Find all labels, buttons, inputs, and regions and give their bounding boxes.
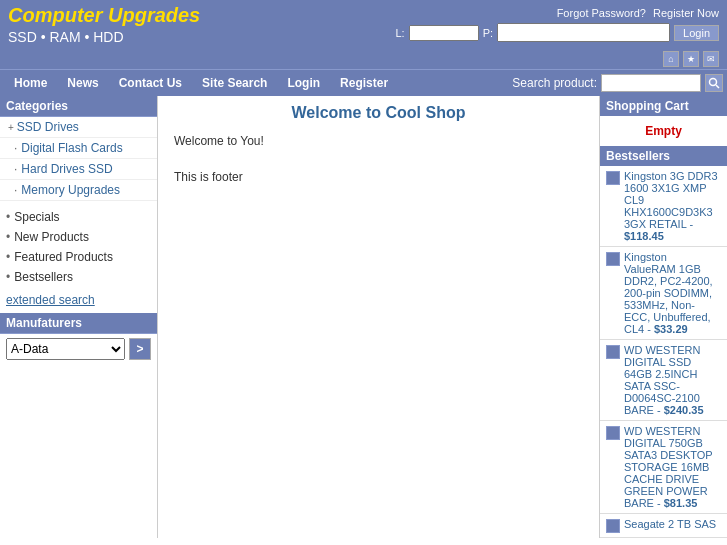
cart-title: Shopping Cart bbox=[600, 96, 727, 116]
nav-site-search[interactable]: Site Search bbox=[192, 70, 277, 96]
logo-title[interactable]: Computer Upgrades bbox=[8, 4, 200, 27]
search-bar: Search product: bbox=[512, 74, 723, 92]
bs-icon-2 bbox=[606, 345, 620, 359]
header: Computer Upgrades SSD • RAM • HDD Forgot… bbox=[0, 0, 727, 49]
sidebar: Categories SSD Drives Digital Flash Card… bbox=[0, 96, 158, 538]
nav-login[interactable]: Login bbox=[277, 70, 330, 96]
header-links: Forgot Password? Register Now bbox=[553, 7, 719, 19]
bestseller-item-0[interactable]: Kingston 3G DDR3 1600 3X1G XMP CL9 KHX16… bbox=[600, 166, 727, 247]
home-icon[interactable]: ⌂ bbox=[663, 51, 679, 67]
login-button[interactable]: Login bbox=[674, 25, 719, 41]
manufacturers-title: Manufaturers bbox=[0, 313, 157, 334]
search-input[interactable] bbox=[601, 74, 701, 92]
sidebar-item-memory-upgrades[interactable]: Memory Upgrades bbox=[0, 180, 157, 201]
bestseller-item-4[interactable]: Seagate 2 TB SAS bbox=[600, 514, 727, 538]
header-right: Forgot Password? Register Now L: P: Logi… bbox=[395, 7, 719, 42]
navbar: Home News Contact Us Site Search Login R… bbox=[0, 69, 727, 96]
categories-title: Categories bbox=[0, 96, 157, 117]
bs-label-0: Kingston 3G DDR3 1600 3X1G XMP CL9 KHX16… bbox=[624, 170, 721, 242]
manufacturers-section: Manufaturers A-Data > bbox=[0, 313, 157, 364]
login-l-label: L: bbox=[395, 27, 404, 39]
login-username-input[interactable] bbox=[409, 25, 479, 41]
manufacturers-go-button[interactable]: > bbox=[129, 338, 151, 360]
login-password-input[interactable] bbox=[497, 23, 670, 42]
cart-empty-label: Empty bbox=[600, 116, 727, 146]
login-p-label: P: bbox=[483, 27, 493, 39]
nav-home[interactable]: Home bbox=[4, 70, 57, 96]
bs-label-1: Kingston ValueRAM 1GB DDR2, PC2-4200, 20… bbox=[624, 251, 721, 335]
right-sidebar: Shopping Cart Empty Bestsellers Kingston… bbox=[599, 96, 727, 538]
svg-line-1 bbox=[716, 85, 719, 88]
bestseller-item-2[interactable]: WD WESTERN DIGITAL SSD 64GB 2.5INCH SATA… bbox=[600, 340, 727, 421]
search-button[interactable] bbox=[705, 74, 723, 92]
print-icon[interactable]: ✉ bbox=[703, 51, 719, 67]
bs-label-2: WD WESTERN DIGITAL SSD 64GB 2.5INCH SATA… bbox=[624, 344, 721, 416]
bs-label-4: Seagate 2 TB SAS bbox=[624, 518, 716, 530]
manufacturers-select[interactable]: A-Data bbox=[6, 338, 125, 360]
bestseller-item-1[interactable]: Kingston ValueRAM 1GB DDR2, PC2-4200, 20… bbox=[600, 247, 727, 340]
nav-contact-us[interactable]: Contact Us bbox=[109, 70, 192, 96]
search-label: Search product: bbox=[512, 76, 597, 90]
sidebar-new-products[interactable]: New Products bbox=[0, 227, 157, 247]
logo: Computer Upgrades SSD • RAM • HDD bbox=[8, 4, 200, 45]
header-login: L: P: Login bbox=[395, 23, 719, 42]
bs-icon-4 bbox=[606, 519, 620, 533]
main-layout: Categories SSD Drives Digital Flash Card… bbox=[0, 96, 727, 538]
bestsellers-title: Bestsellers bbox=[600, 146, 727, 166]
bookmark-icon[interactable]: ★ bbox=[683, 51, 699, 67]
bs-icon-0 bbox=[606, 171, 620, 185]
extended-search-link[interactable]: extended search bbox=[6, 293, 151, 307]
svg-point-0 bbox=[710, 79, 717, 86]
welcome-text: Welcome to You! bbox=[174, 134, 583, 148]
nav-register[interactable]: Register bbox=[330, 70, 398, 96]
sidebar-item-hard-drives-ssd[interactable]: Hard Drives SSD bbox=[0, 159, 157, 180]
bs-icon-1 bbox=[606, 252, 620, 266]
specials-section: Specials New Products Featured Products … bbox=[0, 207, 157, 287]
bestseller-item-3[interactable]: WD WESTERN DIGITAL 750GB SATA3 DESKTOP S… bbox=[600, 421, 727, 514]
page-title: Welcome to Cool Shop bbox=[174, 104, 583, 122]
sidebar-item-digital-flash-cards[interactable]: Digital Flash Cards bbox=[0, 138, 157, 159]
icon-bar: ⌂ ★ ✉ bbox=[0, 49, 727, 69]
footer-text: This is footer bbox=[174, 170, 583, 184]
manufacturers-select-row: A-Data > bbox=[0, 334, 157, 364]
bs-icon-3 bbox=[606, 426, 620, 440]
sidebar-specials[interactable]: Specials bbox=[0, 207, 157, 227]
nav-news[interactable]: News bbox=[57, 70, 108, 96]
bs-label-3: WD WESTERN DIGITAL 750GB SATA3 DESKTOP S… bbox=[624, 425, 721, 509]
sidebar-bestsellers[interactable]: Bestsellers bbox=[0, 267, 157, 287]
sidebar-featured-products[interactable]: Featured Products bbox=[0, 247, 157, 267]
forgot-password-link[interactable]: Forgot Password? bbox=[557, 7, 646, 19]
register-now-link[interactable]: Register Now bbox=[653, 7, 719, 19]
sidebar-item-ssd-drives[interactable]: SSD Drives bbox=[0, 117, 157, 138]
main-content: Welcome to Cool Shop Welcome to You! Thi… bbox=[158, 96, 599, 538]
logo-sub: SSD • RAM • HDD bbox=[8, 29, 200, 45]
